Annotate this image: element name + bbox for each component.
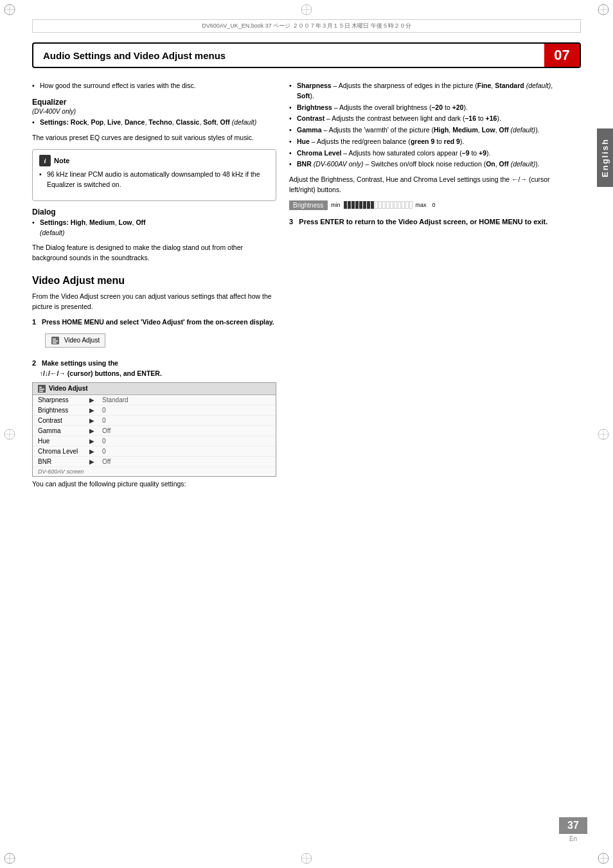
bar-empty-6 xyxy=(394,201,397,209)
bar-empty-8 xyxy=(402,201,405,209)
video-adjust-heading: Video Adjust menu xyxy=(32,275,276,287)
page-footer: 37 En xyxy=(559,817,587,842)
intro-bullet-1: How good the surround effect is varies w… xyxy=(32,81,276,91)
adjust-note: Adjust the Brightness, Contrast, Hue and… xyxy=(289,175,568,195)
intro-bullets: How good the surround effect is varies w… xyxy=(32,81,276,91)
note-icon: i xyxy=(39,155,51,166)
bullet-contrast: Contrast – Adjusts the contrast between … xyxy=(289,114,568,124)
page-lang: En xyxy=(569,835,577,842)
brightness-bar: Brightness min xyxy=(289,200,568,210)
va-row-hue: Hue ▶ 0 xyxy=(33,436,276,447)
bar-block-1 xyxy=(344,201,347,209)
svg-point-12 xyxy=(301,4,312,15)
equalizer-bullets: Settings: Rock, Pop, Live, Dance, Techno… xyxy=(32,118,276,128)
va-row-chroma: Chroma Level ▶ 0 xyxy=(33,447,276,457)
bar-empty-3 xyxy=(382,201,386,209)
svg-rect-31 xyxy=(39,387,42,388)
va-row-contrast: Contrast ▶ 0 xyxy=(33,416,276,426)
svg-point-21 xyxy=(598,429,609,439)
va-table-header-label: Video Adjust xyxy=(49,385,88,392)
note-box: i Note 96 kHz linear PCM audio is automa… xyxy=(32,149,276,201)
svg-rect-33 xyxy=(39,391,43,392)
equalizer-body: The various preset EQ curves are designe… xyxy=(32,133,276,143)
video-adjust-table: Video Adjust Sharpness ▶ Standard Bright… xyxy=(32,382,276,477)
bullet-sharpness: Sharpness – Adjusts the sharpness of edg… xyxy=(289,81,568,102)
bar-block-3 xyxy=(351,201,355,209)
page-number: 37 xyxy=(559,817,587,834)
va-caption: DV-600AV screen xyxy=(33,467,276,476)
chapter-header: Audio Settings and Video Adjust menus 07 xyxy=(32,42,581,68)
note-content: 96 kHz linear PCM audio is automatically… xyxy=(39,170,269,190)
chapter-title: Audio Settings and Video Adjust menus xyxy=(33,45,544,66)
equalizer-section: Equalizer (DV-400V only) Settings: Rock,… xyxy=(32,98,276,143)
post-table-text: You can adjust the following picture qua… xyxy=(32,479,276,490)
va-table-header: Video Adjust xyxy=(33,383,276,395)
bar-block-7 xyxy=(367,201,370,209)
reg-mark-tl xyxy=(3,3,16,16)
svg-point-9 xyxy=(598,853,609,864)
bar-block-4 xyxy=(355,201,359,209)
va-row-bnr: BNR ▶ Off xyxy=(33,457,276,467)
step2-text: 2 Make settings using the ↑/↓/←/→ (curso… xyxy=(32,358,276,379)
bar-empty-10 xyxy=(409,201,413,209)
bar-block-6 xyxy=(363,201,366,209)
bullet-brightness: Brightness – Adjusts the overall brightn… xyxy=(289,103,568,113)
reg-mark-bl xyxy=(3,852,16,865)
bar-block-8 xyxy=(371,201,374,209)
right-column: Sharpness – Adjusts the sharpness of edg… xyxy=(289,81,568,493)
reg-mark-ml xyxy=(3,428,16,441)
dialog-section: Dialog Settings: High, Medium, Low, Off(… xyxy=(32,208,276,263)
bar-visual xyxy=(344,201,413,209)
video-adjust-menu-display: Video Adjust xyxy=(45,333,105,348)
step1-text: 1 Press HOME MENU and select 'Video Adju… xyxy=(32,317,276,328)
va-row-sharpness: Sharpness ▶ Standard xyxy=(33,395,276,405)
bar-empty-7 xyxy=(398,201,401,209)
step3-text: 3 Press ENTER to return to the Video Adj… xyxy=(289,217,568,228)
right-bullets: Sharpness – Adjusts the sharpness of edg… xyxy=(289,81,568,170)
video-adjust-intro: From the Video Adjust screen you can adj… xyxy=(32,292,276,312)
bar-block-5 xyxy=(359,201,362,209)
step2-arrows: ↑/↓/←/→ (cursor) buttons, and ENTER. xyxy=(40,369,162,377)
reg-mark-br xyxy=(597,852,610,865)
file-info-text: DV600AV_UK_EN.book 37 ページ ２００７年３月１５日 木曜日… xyxy=(202,22,411,29)
bar-empty-5 xyxy=(390,201,393,209)
bullet-chroma: Chroma Level – Adjusts how saturated col… xyxy=(289,148,568,159)
video-adjust-section: Video Adjust menu From the Video Adjust … xyxy=(32,275,276,490)
bar-empty-4 xyxy=(386,201,389,209)
reg-mark-mr xyxy=(597,428,610,441)
reg-mark-bm xyxy=(300,852,313,865)
chapter-number: 07 xyxy=(544,44,580,67)
note-title: i Note xyxy=(39,155,269,166)
svg-point-6 xyxy=(4,853,15,864)
reg-mark-tm xyxy=(300,3,313,16)
dialog-bullets: Settings: High, Medium, Low, Off(default… xyxy=(32,218,276,238)
va-row-gamma: Gamma ▶ Off xyxy=(33,426,276,436)
note-label: Note xyxy=(54,157,69,164)
bar-empty-2 xyxy=(378,201,382,209)
va-icon xyxy=(38,385,46,393)
svg-rect-32 xyxy=(39,389,44,390)
bar-block-2 xyxy=(348,201,351,209)
bullet-gamma: Gamma – Adjusts the 'warmth' of the pict… xyxy=(289,125,568,136)
equalizer-subheading: (DV-400V only) xyxy=(32,108,276,115)
dialog-settings: Settings: High, Medium, Low, Off(default… xyxy=(32,218,276,238)
bar-value: 0 xyxy=(432,202,436,208)
bar-min-label: min xyxy=(331,202,341,208)
svg-rect-27 xyxy=(53,339,56,340)
svg-point-18 xyxy=(4,429,15,439)
menu-display-label: Video Adjust xyxy=(64,337,100,344)
english-tab: English xyxy=(597,128,613,187)
file-info-bar: DV600AV_UK_EN.book 37 ページ ２００７年３月１５日 木曜日… xyxy=(32,19,581,33)
brightness-bar-label: Brightness xyxy=(289,200,328,210)
dialog-body: The Dialog feature is designed to make t… xyxy=(32,243,276,263)
note-text: 96 kHz linear PCM audio is automatically… xyxy=(39,170,269,190)
reg-mark-tr xyxy=(597,3,610,16)
bar-empty-1 xyxy=(375,201,378,209)
svg-rect-28 xyxy=(53,341,58,342)
svg-point-3 xyxy=(598,4,609,15)
va-row-brightness: Brightness ▶ 0 xyxy=(33,405,276,416)
bar-empty-9 xyxy=(405,201,409,209)
bar-max-label: max xyxy=(416,202,427,208)
svg-point-15 xyxy=(301,853,312,864)
svg-point-0 xyxy=(4,4,15,15)
